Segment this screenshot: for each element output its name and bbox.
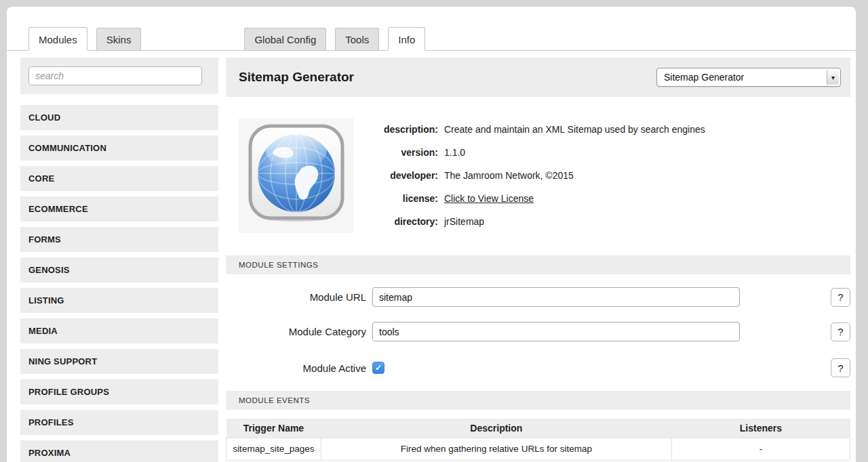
module-category-label: Module Category	[226, 326, 366, 337]
table-header-row: Trigger Name Description Listeners	[226, 419, 850, 438]
column-header-trigger-name: Trigger Name	[226, 419, 321, 438]
sidebar-item-profiles[interactable]: PROFILES	[20, 410, 218, 435]
sidebar-item-forms[interactable]: FORMS	[20, 227, 218, 252]
cell-trigger-name: sitemap_site_pages	[226, 438, 321, 460]
sidebar-item-cloud[interactable]: CLOUD	[20, 105, 218, 130]
info-label: license:	[358, 192, 438, 206]
info-row-developer: developer: The Jamroom Network, ©2015	[358, 169, 705, 183]
form-row-module-url: Module URL ?	[226, 287, 850, 307]
module-active-checkbox[interactable]: ✓	[372, 362, 384, 374]
info-value: The Jamroom Network, ©2015	[444, 169, 574, 183]
module-sidebar: CLOUD COMMUNICATION CORE ECOMMERCE FORMS…	[20, 58, 218, 462]
sidebar-item-ecommerce[interactable]: ECOMMERCE	[20, 196, 218, 222]
sidebar-item-core[interactable]: CORE	[20, 166, 218, 191]
module-info-section: description: Create and maintain an XML …	[226, 118, 850, 238]
tab-modules[interactable]: Modules	[28, 27, 87, 51]
info-row-description: description: Create and maintain an XML …	[358, 123, 705, 137]
form-row-module-active: Module Active ✓ ?	[226, 358, 850, 378]
info-row-version: version: 1.1.0	[358, 146, 705, 160]
sidebar-item-media[interactable]: MEDIA	[20, 318, 218, 343]
info-value: Create and maintain an XML Sitemap used …	[444, 123, 705, 137]
module-info-fields: description: Create and maintain an XML …	[358, 118, 705, 238]
info-label: version:	[358, 146, 438, 160]
help-button-module-active[interactable]: ?	[831, 358, 850, 377]
info-label: directory:	[358, 215, 438, 229]
help-button-module-url[interactable]: ?	[831, 288, 850, 307]
module-url-input[interactable]	[372, 287, 740, 307]
cell-description: Fired when gathering relative URLs for s…	[321, 438, 671, 460]
module-header: Sitemap Generator Sitemap Generator ▾	[226, 58, 850, 97]
sidebar-item-proxima[interactable]: PROXIMA	[20, 440, 218, 462]
category-list: CLOUD COMMUNICATION CORE ECOMMERCE FORMS…	[20, 105, 218, 462]
chevron-down-icon: ▾	[827, 70, 839, 85]
info-label: developer:	[358, 169, 438, 183]
column-header-listeners: Listeners	[671, 419, 850, 438]
form-row-module-category: Module Category ?	[226, 322, 850, 341]
tab-skins[interactable]: Skins	[96, 28, 142, 50]
module-category-input[interactable]	[372, 322, 740, 341]
info-row-directory: directory: jrSitemap	[358, 215, 705, 229]
search-panel	[20, 58, 218, 94]
column-header-description: Description	[321, 419, 671, 438]
module-selector-value: Sitemap Generator	[664, 72, 744, 83]
main-panel: Sitemap Generator Sitemap Generator ▾	[226, 58, 850, 462]
module-settings-header: MODULE SETTINGS	[226, 255, 850, 274]
globe-icon	[239, 118, 354, 233]
table-row: sitemap_site_pages Fired when gathering …	[226, 438, 850, 460]
content-card: Modules Skins Global Config Tools Info C…	[7, 7, 856, 462]
info-value: jrSitemap	[444, 215, 484, 229]
module-selector-dropdown[interactable]: Sitemap Generator ▾	[656, 68, 841, 87]
page-title: Sitemap Generator	[239, 70, 354, 85]
sidebar-item-genosis[interactable]: GENOSIS	[20, 257, 218, 282]
checkmark-icon: ✓	[375, 363, 382, 373]
sidebar-item-profile-groups[interactable]: PROFILE GROUPS	[20, 379, 218, 404]
tab-global-config[interactable]: Global Config	[244, 28, 326, 50]
tab-tools[interactable]: Tools	[335, 28, 379, 50]
sidebar-item-communication[interactable]: COMMUNICATION	[20, 135, 218, 161]
tab-info[interactable]: Info	[388, 27, 425, 51]
cell-listeners: -	[671, 438, 850, 460]
tab-bar: Modules Skins Global Config Tools Info	[7, 7, 856, 51]
module-events-header: MODULE EVENTS	[226, 391, 850, 410]
module-events-table: Trigger Name Description Listeners sitem…	[226, 419, 850, 461]
help-button-module-category[interactable]: ?	[831, 322, 850, 341]
info-row-license: license: Click to View License	[358, 192, 705, 206]
module-url-label: Module URL	[226, 291, 366, 303]
app-window: Modules Skins Global Config Tools Info C…	[0, 0, 868, 462]
sidebar-item-ning-support[interactable]: NING SUPPORT	[20, 349, 218, 374]
content-body: CLOUD COMMUNICATION CORE ECOMMERCE FORMS…	[7, 51, 856, 462]
info-label: description:	[358, 123, 438, 137]
module-active-label: Module Active	[226, 362, 366, 374]
info-value: 1.1.0	[444, 146, 465, 160]
view-license-link[interactable]: Click to View License	[444, 193, 534, 204]
search-input[interactable]	[28, 66, 202, 85]
sidebar-item-listing[interactable]: LISTING	[20, 288, 218, 313]
